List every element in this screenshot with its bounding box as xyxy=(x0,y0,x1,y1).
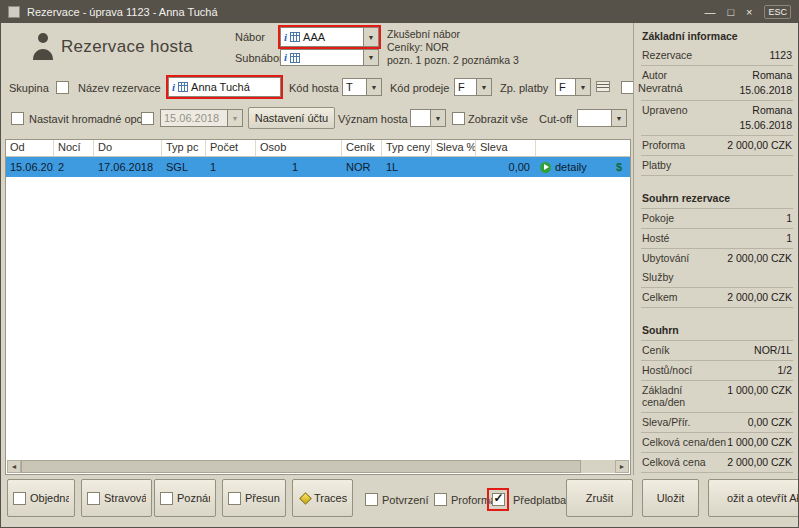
esc-badge[interactable]: ESC xyxy=(764,5,791,19)
hromadne-label: Nastavit hromadné opci xyxy=(29,113,145,125)
zrusit-button[interactable]: Zrušit xyxy=(566,479,633,517)
price-icon[interactable]: $ xyxy=(616,161,622,174)
scroll-right-icon[interactable]: ► xyxy=(615,460,629,473)
diamond-icon xyxy=(299,492,312,505)
column-header-typ[interactable]: Typ pc xyxy=(162,140,206,156)
nabor-select[interactable]: i AAA ▼ xyxy=(280,27,379,47)
summary-sidebar: Základní informace Rezervace1123 AutorRo… xyxy=(633,23,799,475)
info-icon: i xyxy=(284,32,287,43)
zobrazit-vse-checkbox[interactable] xyxy=(452,112,465,125)
table-row[interactable]: 15.06.2018 2 17.06.2018 SGL 1 1 NOR 1L 0… xyxy=(6,157,630,177)
horizontal-scrollbar[interactable]: ◄ ► xyxy=(7,460,629,473)
objednal-checkbox[interactable] xyxy=(13,492,26,505)
zrusit-label: Zrušit xyxy=(586,492,614,504)
ulozit-button[interactable]: Uložit xyxy=(642,479,699,517)
info-icon: i xyxy=(172,82,175,93)
column-header-sleva[interactable]: Sleva xyxy=(476,140,536,156)
titlebar[interactable]: Rezervace - úprava 1123 - Anna Tuchá — □… xyxy=(1,1,798,23)
chevron-down-icon[interactable]: ▼ xyxy=(476,79,491,95)
sidebar-label: Autor xyxy=(642,69,667,81)
column-header-od[interactable]: Od xyxy=(6,140,54,156)
proforma-checkbox[interactable] xyxy=(434,493,447,506)
nazev-rezervace-label: Název rezervace xyxy=(78,82,161,94)
nastaveni-uctu-button[interactable]: Nastavení účtu xyxy=(248,107,335,129)
minimize-icon[interactable]: — xyxy=(704,6,715,18)
vyznam-hosta-select[interactable]: ▼ xyxy=(410,109,446,127)
stravovani-button[interactable]: Stravování xyxy=(81,479,152,517)
traces-button[interactable]: Traces xyxy=(292,479,353,517)
ulozit-otevrit-button[interactable]: ožit a otevřít Ał xyxy=(708,479,799,517)
sidebar-value: 2 000,00 CZK xyxy=(727,139,792,151)
stravovani-checkbox[interactable] xyxy=(87,492,100,505)
column-header-typ-ceny[interactable]: Typ ceny xyxy=(382,140,432,156)
skupina-checkbox[interactable] xyxy=(56,81,69,94)
hromadne-secondary-checkbox[interactable] xyxy=(141,112,154,125)
zp-platby-label: Zp. platby xyxy=(500,82,548,94)
scroll-left-icon[interactable]: ◄ xyxy=(7,460,21,473)
subnabor-select[interactable]: i ▼ xyxy=(280,49,379,66)
hromadne-checkbox[interactable] xyxy=(11,112,24,125)
sidebar-label: Služby xyxy=(642,271,674,283)
zp-platby-select[interactable]: F ▼ xyxy=(555,78,591,96)
reservation-window: Rezervace - úprava 1123 - Anna Tuchá — □… xyxy=(0,0,799,528)
nastaveni-uctu-label: Nastavení účtu xyxy=(255,112,328,124)
zp-platby-value: F xyxy=(559,81,566,93)
subnabor-label: Subnábor xyxy=(235,52,283,64)
poznamky-label: Poznámk xyxy=(177,492,210,504)
chevron-down-icon[interactable]: ▼ xyxy=(363,50,378,65)
predplatba-checkbox[interactable] xyxy=(492,493,505,506)
column-header-sleva-pct[interactable]: Sleva % xyxy=(432,140,476,156)
column-header-do[interactable]: Do xyxy=(94,140,162,156)
sidebar-label: Pokoje xyxy=(642,212,674,224)
column-header-cenik[interactable]: Ceník xyxy=(342,140,382,156)
nazev-rezervace-input[interactable]: i Anna Tuchá xyxy=(168,77,281,97)
sidebar-value: 2 000,00 CZK xyxy=(727,252,792,264)
chevron-down-icon[interactable]: ▼ xyxy=(227,110,242,126)
sidebar-row-zakladni-cena: Základní cena/den1 000,00 CZK xyxy=(641,381,793,413)
maximize-icon[interactable]: □ xyxy=(727,6,734,18)
guest-icon xyxy=(31,31,55,65)
sidebar-value: 1/2 xyxy=(777,364,792,376)
scrollbar-thumb[interactable] xyxy=(21,460,581,473)
presun-checkbox[interactable] xyxy=(228,492,241,505)
grip-icon[interactable] xyxy=(596,81,610,92)
sidebar-subvalue: 15.06.2018 xyxy=(739,84,792,96)
column-header-pocet[interactable]: Počet xyxy=(206,140,256,156)
predplatba-highlight xyxy=(487,488,509,511)
footer-bar: Objednal Stravování Poznámk Přesun jm Tr… xyxy=(1,475,798,527)
datum-select[interactable]: 15.06.2018 ▼ xyxy=(160,109,243,127)
column-header-noci[interactable]: Nocí xyxy=(54,140,94,156)
sidebar-row-celkem: Celkem2 000,00 CZK xyxy=(641,288,793,308)
chevron-down-icon[interactable]: ▼ xyxy=(575,79,590,95)
ulozit-otevrit-label: ožit a otevřít Ał xyxy=(727,492,799,504)
objednal-button[interactable]: Objednal xyxy=(7,479,75,517)
sidebar-label: Celková cena xyxy=(642,456,706,468)
poznamky-checkbox[interactable] xyxy=(160,492,173,505)
chevron-down-icon[interactable]: ▼ xyxy=(366,79,381,95)
sidebar-row-upraveno: UpravenoRomana15.06.2018 xyxy=(641,101,793,136)
kod-hosta-select[interactable]: T ▼ xyxy=(342,78,382,96)
nabor-note-3: pozn. 1 pozn. 2 poznámka 3 xyxy=(387,54,519,66)
nabor-note-1: Zkušební nábor xyxy=(387,28,460,40)
sidebar-label: Rezervace xyxy=(642,49,692,61)
detail-arrow-icon[interactable] xyxy=(540,162,551,173)
sidebar-label: Hostů/nocí xyxy=(642,364,692,376)
column-header-osob[interactable]: Osob xyxy=(256,140,342,156)
cutoff-select[interactable]: ▼ xyxy=(577,109,627,127)
sidebar-section-title: Souhrn rezervace xyxy=(641,189,793,209)
kod-prodeje-select[interactable]: F ▼ xyxy=(454,78,492,96)
presun-button[interactable]: Přesun jm xyxy=(222,479,286,517)
chevron-down-icon[interactable]: ▼ xyxy=(363,28,378,46)
close-icon[interactable]: × xyxy=(746,6,752,18)
chevron-down-icon[interactable]: ▼ xyxy=(611,110,626,126)
sidebar-label: Hosté xyxy=(642,232,669,244)
cell-typ: SGL xyxy=(162,161,206,173)
chevron-down-icon[interactable]: ▼ xyxy=(430,110,445,126)
potvrzeni-checkbox[interactable] xyxy=(365,493,378,506)
sidebar-value: 1 000,00 CZK xyxy=(727,436,792,448)
table-header: Od Nocí Do Typ pc Počet Osob Ceník Typ c… xyxy=(6,140,630,157)
poznamky-button[interactable]: Poznámk xyxy=(154,479,216,517)
sidebar-label: Základní cena/den xyxy=(642,384,727,408)
ulozit-label: Uložit xyxy=(657,492,685,504)
detail-link[interactable]: detaily xyxy=(555,161,587,173)
